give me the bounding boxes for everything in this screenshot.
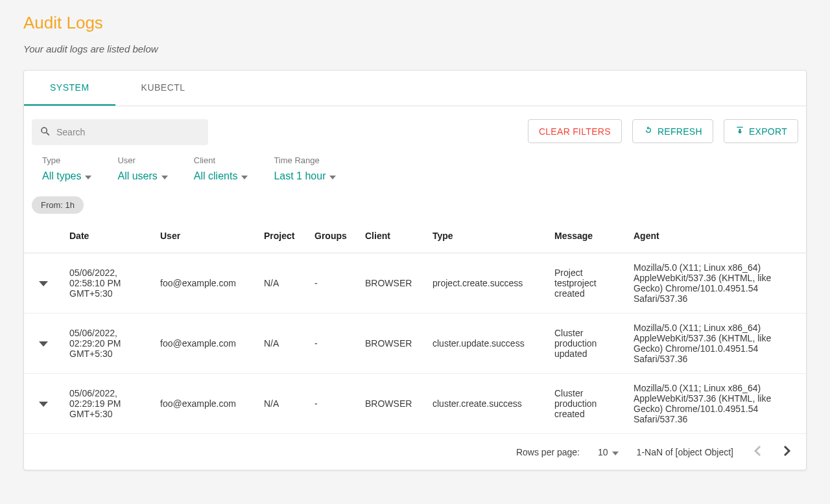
cell-agent: Mozilla/5.0 (X11; Linux x86_64) AppleWeb…	[627, 253, 806, 314]
cell-project: N/A	[257, 374, 308, 434]
audit-table: Date User Project Groups Client Type Mes…	[24, 219, 806, 434]
col-type[interactable]: Type	[426, 219, 548, 253]
cell-message: Project testproject created	[548, 253, 627, 314]
cell-date: 05/06/2022, 02:29:19 PM GMT+5:30	[63, 374, 154, 434]
search-icon	[40, 126, 56, 139]
cell-type: cluster.create.success	[426, 374, 548, 434]
toolbar: CLEAR FILTERS REFRESH EXPORT	[24, 106, 806, 145]
chevron-down-icon	[329, 170, 336, 182]
table-row: 05/06/2022, 02:29:20 PM GMT+5:30 foo@exa…	[24, 314, 806, 374]
cell-date: 05/06/2022, 02:58:10 PM GMT+5:30	[63, 253, 154, 314]
col-message[interactable]: Message	[548, 219, 627, 253]
tab-system[interactable]: SYSTEM	[24, 71, 115, 106]
chevron-down-icon	[612, 447, 619, 457]
search-input[interactable]	[56, 127, 200, 137]
chip-row: From: 1h	[24, 189, 806, 219]
col-date[interactable]: Date	[63, 219, 154, 253]
audit-card: SYSTEM KUBECTL CLEAR FILTERS REFRESH	[23, 70, 807, 470]
cell-user: foo@example.com	[154, 374, 257, 434]
cell-message: Cluster production updated	[548, 314, 627, 374]
prev-page-button[interactable]	[752, 443, 763, 461]
chevron-down-icon	[39, 399, 48, 409]
cell-type: cluster.update.success	[426, 314, 548, 374]
export-button[interactable]: EXPORT	[724, 119, 798, 143]
cell-agent: Mozilla/5.0 (X11; Linux x86_64) AppleWeb…	[627, 374, 806, 434]
col-user[interactable]: User	[154, 219, 257, 253]
expand-row-button[interactable]	[35, 395, 52, 413]
filter-type-select[interactable]: All types	[42, 169, 91, 183]
cell-client: BROWSER	[359, 314, 426, 374]
table-row: 05/06/2022, 02:58:10 PM GMT+5:30 foo@exa…	[24, 253, 806, 314]
cell-groups: -	[308, 374, 359, 434]
filter-user-select[interactable]: All users	[117, 169, 167, 183]
rows-per-page-label: Rows per page:	[516, 447, 580, 457]
next-page-button[interactable]	[781, 443, 793, 461]
filter-user: User All users	[117, 155, 167, 183]
refresh-icon	[643, 125, 654, 137]
cell-project: N/A	[257, 314, 308, 374]
export-label: EXPORT	[749, 126, 787, 137]
chevron-down-icon	[241, 170, 248, 182]
col-expand	[24, 219, 63, 253]
refresh-button[interactable]: REFRESH	[632, 119, 713, 143]
page-title: Audit Logs	[23, 13, 807, 33]
rows-per-page-select[interactable]: 10	[598, 447, 619, 457]
filter-time-label: Time Range	[274, 155, 336, 165]
chevron-down-icon	[39, 339, 48, 349]
tab-kubectl[interactable]: KUBECTL	[115, 71, 211, 106]
expand-row-button[interactable]	[35, 275, 52, 292]
action-buttons: CLEAR FILTERS REFRESH EXPORT	[528, 119, 798, 143]
cell-agent: Mozilla/5.0 (X11; Linux x86_64) AppleWeb…	[627, 314, 806, 374]
filter-type-value: All types	[42, 170, 81, 182]
cell-project: N/A	[257, 253, 308, 314]
cell-user: foo@example.com	[154, 314, 257, 374]
chevron-right-icon	[784, 446, 790, 458]
filter-client-select[interactable]: All clients	[194, 169, 248, 183]
clear-filters-button[interactable]: CLEAR FILTERS	[528, 119, 622, 143]
cell-groups: -	[308, 253, 359, 314]
pagination: Rows per page: 10 1-NaN of [object Objec…	[24, 434, 806, 470]
search-field[interactable]	[32, 119, 208, 145]
col-groups[interactable]: Groups	[308, 219, 359, 253]
chevron-down-icon	[39, 279, 48, 288]
cell-type: project.create.success	[426, 253, 548, 314]
filter-user-label: User	[117, 155, 167, 165]
chevron-left-icon	[754, 446, 761, 458]
filter-client-label: Client	[194, 155, 248, 165]
cell-user: foo@example.com	[154, 253, 257, 314]
table-row: 05/06/2022, 02:29:19 PM GMT+5:30 foo@exa…	[24, 374, 806, 434]
filter-client-value: All clients	[194, 170, 238, 182]
cell-message: Cluster production created	[548, 374, 627, 434]
download-icon	[735, 125, 745, 137]
chevron-down-icon	[85, 170, 91, 182]
rows-per-page-value: 10	[598, 447, 608, 457]
col-agent[interactable]: Agent	[627, 219, 806, 253]
cell-client: BROWSER	[359, 374, 426, 434]
filter-type-label: Type	[42, 155, 91, 165]
filter-time-select[interactable]: Last 1 hour	[274, 169, 336, 183]
cell-client: BROWSER	[359, 253, 426, 314]
filter-time-value: Last 1 hour	[274, 170, 326, 182]
filter-user-value: All users	[117, 170, 157, 182]
refresh-label: REFRESH	[658, 126, 702, 137]
filters-row: Type All types User All users Client All…	[24, 145, 806, 189]
filter-time-range: Time Range Last 1 hour	[274, 155, 336, 183]
expand-row-button[interactable]	[35, 335, 52, 352]
cell-groups: -	[308, 314, 359, 374]
filter-type: Type All types	[42, 155, 91, 183]
col-client[interactable]: Client	[359, 219, 426, 253]
tab-bar: SYSTEM KUBECTL	[24, 71, 806, 106]
clear-filters-label: CLEAR FILTERS	[539, 126, 611, 137]
cell-date: 05/06/2022, 02:29:20 PM GMT+5:30	[63, 314, 154, 374]
filter-client: Client All clients	[194, 155, 248, 183]
page-range: 1-NaN of [object Object]	[637, 447, 733, 457]
chevron-down-icon	[161, 170, 168, 182]
col-project[interactable]: Project	[257, 219, 308, 253]
from-chip: From: 1h	[32, 196, 84, 214]
page-subtitle: Your audit logs are listed below	[23, 43, 807, 54]
